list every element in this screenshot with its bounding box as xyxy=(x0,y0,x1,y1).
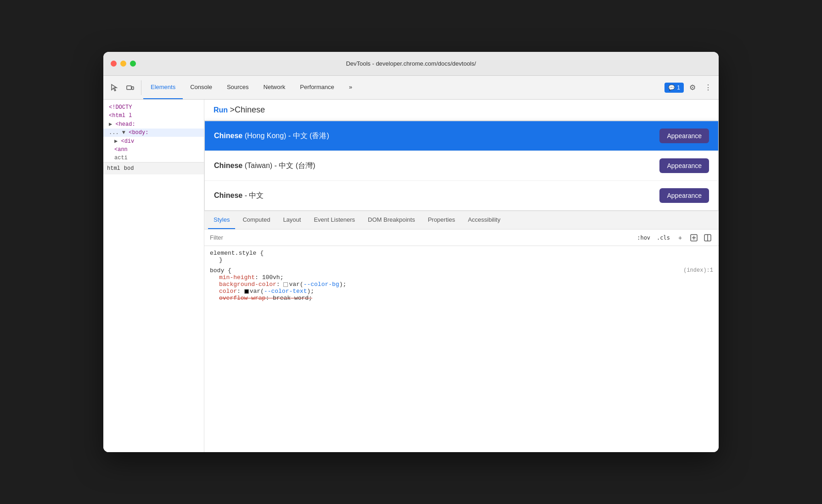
autocomplete-bold: Chinese xyxy=(214,132,242,140)
tab-properties[interactable]: Properties xyxy=(422,211,461,229)
devtools-container: Elements Console Sources Network Perform… xyxy=(103,76,719,452)
command-bar: Run >Chinese xyxy=(204,100,719,121)
file-reference: (index):1 xyxy=(683,267,713,274)
tab-performance[interactable]: Performance xyxy=(293,76,341,99)
css-variable-colorbg: --color-bg xyxy=(304,281,339,288)
minimize-button[interactable] xyxy=(120,61,126,67)
body-selector: body { (index):1 xyxy=(210,267,713,274)
autocomplete-item-chinese-text: Chinese - 中文 xyxy=(214,191,264,201)
autocomplete-rest: (Hong Kong) - 中文 (香港) xyxy=(242,132,329,140)
cls-tag[interactable]: .cls xyxy=(655,234,672,242)
tab-elements[interactable]: Elements xyxy=(143,76,183,99)
tab-event-listeners[interactable]: Event Listeners xyxy=(308,211,360,229)
dom-line: acti xyxy=(109,154,204,162)
autocomplete-dropdown: Chinese (Hong Kong) - 中文 (香港) Appearance… xyxy=(204,121,719,211)
expand-arrow: ▶ xyxy=(109,121,112,128)
dom-line: <html l xyxy=(103,112,204,120)
ellipsis: ... xyxy=(109,129,122,136)
div-tag: <div xyxy=(121,138,134,145)
settings-button[interactable]: ⚙ xyxy=(686,81,699,95)
prop-name: min-height xyxy=(219,274,255,281)
autocomplete-bold: Chinese xyxy=(214,162,242,169)
autocomplete-rest: (Taiwan) - 中文 (台灣) xyxy=(242,162,315,169)
prop-value: break-word; xyxy=(273,295,312,302)
more-options-button[interactable]: ⋮ xyxy=(701,81,715,95)
overflow-wrap-property: overflow-wrap: break-word; xyxy=(219,295,713,302)
prop-name: color xyxy=(219,288,237,295)
toolbar-tabs: Elements Console Sources Network Perform… xyxy=(143,76,664,99)
main-area: <!DOCTY <html l ▶ <head: ... ▼ <body: ▶ … xyxy=(103,100,719,452)
hov-tag[interactable]: :hov xyxy=(635,234,652,242)
filter-icons: :hov .cls + xyxy=(635,232,713,243)
acti-text: acti xyxy=(114,155,128,161)
main-toolbar: Elements Console Sources Network Perform… xyxy=(103,76,719,100)
svg-rect-0 xyxy=(127,86,131,90)
add-style-rule-button[interactable]: + xyxy=(675,232,686,243)
appearance-button-taiwan[interactable]: Appearance xyxy=(659,158,709,173)
prop-name: background-color xyxy=(219,281,276,288)
window-title: DevTools - developer.chrome.com/docs/dev… xyxy=(346,60,476,67)
title-bar: DevTools - developer.chrome.com/docs/dev… xyxy=(103,52,719,76)
body-selector-text: body { xyxy=(210,267,231,274)
autocomplete-item-chinese[interactable]: Chinese - 中文 Appearance xyxy=(205,181,718,210)
autocomplete-rest: - 中文 xyxy=(242,191,264,199)
chat-count: 1 xyxy=(677,84,680,91)
tab-layout[interactable]: Layout xyxy=(277,211,306,229)
toggle-panel-button[interactable] xyxy=(702,232,713,243)
chat-badge[interactable]: 💬 1 xyxy=(664,83,684,93)
autocomplete-bold: Chinese xyxy=(214,191,242,199)
colon: : xyxy=(255,274,262,281)
maximize-button[interactable] xyxy=(130,61,136,67)
chat-icon: 💬 xyxy=(668,84,675,91)
prop-name: overflow-wrap xyxy=(219,295,265,302)
dom-line[interactable]: ... ▼ <body: xyxy=(103,129,204,137)
dom-line: ▶ <head: xyxy=(103,120,204,129)
tab-sources[interactable]: Sources xyxy=(220,76,256,99)
autocomplete-item-taiwan[interactable]: Chinese (Taiwan) - 中文 (台灣) Appearance xyxy=(205,151,718,181)
svg-rect-1 xyxy=(132,87,134,90)
devtools-window: DevTools - developer.chrome.com/docs/dev… xyxy=(103,52,719,452)
color-swatch-white xyxy=(283,282,288,287)
css-variable-colortext: --color-text xyxy=(264,288,307,295)
close-button[interactable] xyxy=(111,61,117,67)
doctype-text: <!DOCTY xyxy=(109,104,132,111)
right-panel: Run >Chinese Chinese (Hong Kong) - 中文 (香… xyxy=(204,100,719,452)
ann-tag: <ann xyxy=(114,146,128,153)
min-height-property: min-height: 100vh; xyxy=(219,274,713,281)
body-tag: <body: xyxy=(129,129,148,136)
dom-panel: <!DOCTY <html l ▶ <head: ... ▼ <body: ▶ … xyxy=(103,100,204,452)
html-tag: <html l xyxy=(109,112,132,119)
command-query: >Chinese xyxy=(230,105,265,114)
styles-content: element.style { } body { (index):1 min-h… xyxy=(204,246,719,309)
tab-computed[interactable]: Computed xyxy=(237,211,276,229)
appearance-button-chinese[interactable]: Appearance xyxy=(659,188,709,203)
head-tag: <head: xyxy=(115,121,135,128)
element-style-rule: element.style { } xyxy=(210,250,713,263)
select-element-icon[interactable] xyxy=(107,80,122,95)
prop-value-var: var( xyxy=(289,281,303,288)
expand-arrow: ▼ xyxy=(122,129,125,136)
inspect-button[interactable] xyxy=(688,232,699,243)
breadcrumb: html bod xyxy=(103,162,204,174)
color-swatch-black xyxy=(244,289,249,294)
tab-styles[interactable]: Styles xyxy=(208,211,235,229)
device-toolbar-icon[interactable] xyxy=(123,80,137,95)
color-property: color: var(--color-text); xyxy=(219,288,713,295)
styles-tabs-bar: Styles Computed Layout Event Listeners D… xyxy=(204,211,719,230)
appearance-button-hk[interactable]: Appearance xyxy=(659,129,709,143)
element-style-close: } xyxy=(219,257,713,263)
bottom-panel: Styles Computed Layout Event Listeners D… xyxy=(204,211,719,309)
breadcrumb-html[interactable]: html xyxy=(107,165,120,172)
dom-line: ▶ <div xyxy=(109,137,204,146)
breadcrumb-body[interactable]: bod xyxy=(124,165,134,172)
prop-value: 100vh; xyxy=(262,274,284,281)
run-label: Run xyxy=(214,106,228,114)
tab-accessibility[interactable]: Accessibility xyxy=(462,211,506,229)
filter-input[interactable] xyxy=(210,234,631,241)
tab-network[interactable]: Network xyxy=(256,76,293,99)
autocomplete-item-hk-text: Chinese (Hong Kong) - 中文 (香港) xyxy=(214,131,329,141)
autocomplete-item-hk[interactable]: Chinese (Hong Kong) - 中文 (香港) Appearance xyxy=(205,121,718,151)
more-tabs-button[interactable]: » xyxy=(342,76,360,99)
tab-dom-breakpoints[interactable]: DOM Breakpoints xyxy=(362,211,421,229)
tab-console[interactable]: Console xyxy=(183,76,220,99)
